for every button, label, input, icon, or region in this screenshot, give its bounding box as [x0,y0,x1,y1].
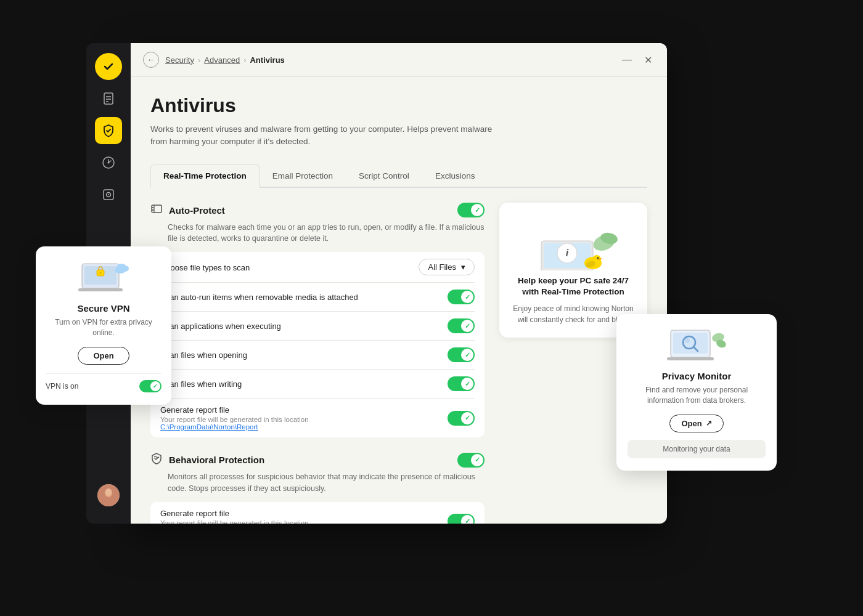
report-file-toggle[interactable]: ✓ [448,411,475,426]
vpn-illustration [46,259,162,298]
tab-exclusions[interactable]: Exclusions [422,164,488,188]
breadcrumb-sep-2: › [243,55,246,65]
breadcrumb: ← Security › Advanced › Antivirus [143,52,285,68]
scan-autorun-label: Scan auto-run items when removable media… [160,293,358,302]
bp-report-file-label: Generate report file [160,509,448,518]
auto-protect-icon [150,203,163,218]
scan-writing-label: Scan files when writing [160,379,242,389]
back-button[interactable]: ← [143,52,159,68]
close-button[interactable]: ✕ [642,53,655,67]
svg-point-0 [100,59,117,75]
privacy-status-label: Monitoring your data [663,445,730,453]
svg-rect-17 [152,209,153,211]
page-description: Works to prevent viruses and malware fro… [150,123,496,148]
user-avatar[interactable] [97,484,120,506]
tab-real-time-protection[interactable]: Real-Time Protection [150,164,260,188]
vpn-popup: Secure VPN Turn on VPN for extra privacy… [36,246,171,405]
svg-rect-1 [104,93,113,104]
svg-rect-34 [78,288,123,291]
scan-opening-label: Scan files when opening [160,351,247,360]
svg-text:i: i [566,248,569,258]
scan-opening-toggle[interactable]: ✓ [448,347,475,362]
breadcrumb-security[interactable]: Security [165,55,194,65]
bp-report-file-sublabel: Your report file will be generated in th… [160,519,448,524]
auto-protect-title: Auto-Protect [169,205,225,216]
privacy-title: Privacy Monitor [628,371,766,381]
svg-point-42 [685,338,690,343]
report-file-label: Generate report file [160,405,448,415]
setting-row-report-file: Generate report file Your report file wi… [160,399,475,437]
vpn-status-toggle[interactable]: ✓ [139,380,162,392]
svg-point-33 [100,272,102,274]
norton-logo-icon[interactable] [95,53,122,80]
sidebar-item-vault[interactable] [95,181,122,208]
behavioral-protection-header: Behavioral Protection ✓ [150,452,485,468]
svg-point-6 [108,162,110,164]
breadcrumb-sep-1: › [198,55,200,65]
privacy-monitor-popup: Privacy Monitor Find and remove your per… [616,314,777,471]
svg-rect-43 [667,357,714,360]
breadcrumb-current: Antivirus [250,55,284,65]
sidebar-item-performance[interactable] [95,149,122,176]
sidebar-item-documents[interactable] [95,85,122,112]
report-file-link[interactable]: C:\ProgramData\Norton\Report [160,423,448,431]
file-types-label: Choose file types to scan [160,263,250,272]
setting-row-bp-report-file: Generate report file Your report file wi… [160,502,475,524]
tab-script-control[interactable]: Script Control [346,164,422,188]
behavioral-protection-desc: Monitors all processes for suspicious be… [168,471,485,495]
behavioral-protection-icon [150,452,163,468]
tab-bar: Real-Time Protection Email Protection Sc… [150,163,647,188]
privacy-illustration [628,326,766,366]
svg-point-37 [115,267,126,274]
scan-writing-toggle[interactable]: ✓ [448,376,475,391]
behavioral-protection-title: Behavioral Protection [169,455,264,465]
report-file-sublabel: Your report file will be generated in th… [160,416,448,423]
svg-point-9 [108,194,109,195]
external-link-icon: ↗ [706,419,712,428]
auto-protect-settings: Choose file types to scan All Files ▾ [150,252,485,437]
scan-applications-toggle[interactable]: ✓ [448,318,475,333]
minimize-button[interactable]: — [620,53,634,67]
main-window: ← Security › Advanced › Antivirus — ✕ An… [131,43,667,524]
tab-email-protection[interactable]: Email Protection [260,164,346,188]
auto-protect-header: Auto-Protect ✓ [150,203,485,218]
setting-row-scan-applications: Scan applications when executing ✓ [160,312,475,341]
bp-report-file-toggle[interactable]: ✓ [448,514,475,524]
setting-row-scan-opening: Scan files when opening ✓ [160,341,475,370]
page-title: Antivirus [150,94,647,117]
settings-panel: Auto-Protect ✓ Checks for malware each t… [150,203,485,524]
privacy-desc: Find and remove your personal informatio… [628,385,766,406]
behavioral-protection-settings: Generate report file Your report file wi… [150,502,485,524]
behavioral-protection-section: Behavioral Protection ✓ Monitors all pro… [150,452,485,524]
svg-point-28 [597,257,599,259]
desktop: ← Security › Advanced › Antivirus — ✕ An… [0,0,863,616]
vpn-desc: Turn on VPN for extra privacy online. [46,317,162,338]
window-titlebar: ← Security › Advanced › Antivirus — ✕ [131,43,667,77]
privacy-open-button[interactable]: Open ↗ [669,415,723,432]
setting-row-scan-autorun: Scan auto-run items when removable media… [160,283,475,312]
content-layout: Auto-Protect ✓ Checks for malware each t… [150,203,647,524]
vpn-title: Secure VPN [46,303,162,314]
svg-rect-16 [152,207,153,208]
breadcrumb-advanced[interactable]: Advanced [204,55,240,65]
setting-row-scan-writing: Scan files when writing ✓ [160,370,475,399]
behavioral-protection-main-toggle[interactable]: ✓ [457,453,485,468]
setting-row-file-types: Choose file types to scan All Files ▾ [160,252,475,283]
window-controls: — ✕ [620,53,655,67]
auto-protect-main-toggle[interactable]: ✓ [457,203,485,217]
scan-applications-label: Scan applications when executing [160,322,281,331]
auto-protect-section: Auto-Protect ✓ Checks for malware each t… [150,203,485,438]
scan-autorun-toggle[interactable]: ✓ [448,290,475,304]
sidebar-item-security[interactable] [95,117,122,144]
vpn-open-button[interactable]: Open [78,347,129,365]
file-types-dropdown[interactable]: All Files ▾ [419,259,475,275]
svg-rect-14 [152,205,162,213]
card-title: Help keep your PC safe 24/7 with Real-Ti… [509,275,637,299]
window-content: Antivirus Works to prevent viruses and m… [131,77,667,524]
privacy-status-bar: Monitoring your data [628,440,766,458]
svg-point-13 [105,488,112,496]
auto-protect-desc: Checks for malware each time you or an a… [168,222,485,245]
card-illustration: i [509,215,637,270]
vpn-status-row: VPN is on ✓ [46,373,162,392]
vpn-status-label: VPN is on [46,382,78,391]
